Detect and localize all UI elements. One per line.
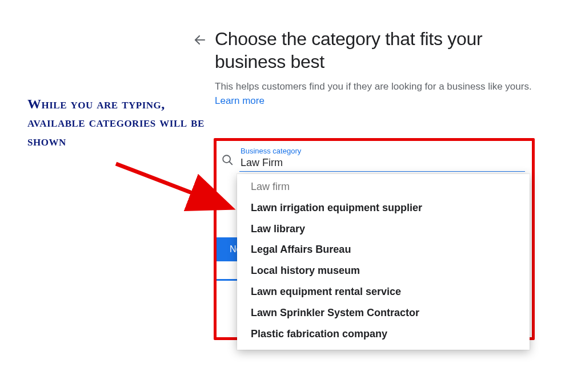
subtext-text: This helps customers find you if they ar… xyxy=(215,81,532,92)
business-category-input[interactable] xyxy=(239,156,525,172)
suggestion-item[interactable]: Lawn Sprinkler System Contractor xyxy=(237,302,530,324)
suggestion-item[interactable]: Local history museum xyxy=(237,260,530,281)
suggestion-item[interactable]: Lawn equipment rental service xyxy=(237,281,530,302)
page-subtext: This helps customers find you if they ar… xyxy=(215,80,536,108)
svg-line-1 xyxy=(116,164,225,205)
suggestion-item[interactable]: Lawn irrigation equipment supplier xyxy=(237,197,530,219)
annotation-callout: While you are typing, available categori… xyxy=(27,95,210,150)
suggestion-item[interactable]: Law firm xyxy=(237,176,530,197)
field-label: Business category xyxy=(239,147,525,155)
back-arrow-icon[interactable] xyxy=(193,27,207,49)
suggestion-item[interactable]: Legal Affairs Bureau xyxy=(237,239,530,260)
suggestion-item[interactable]: Law library xyxy=(237,219,530,240)
learn-more-link[interactable]: Learn more xyxy=(215,95,265,106)
annotation-arrow xyxy=(111,157,237,225)
autocomplete-dropdown: Law firm Lawn irrigation equipment suppl… xyxy=(237,174,530,350)
annotation-highlight-box: Business category Law firm Lawn irrigati… xyxy=(214,138,535,340)
page-title: Choose the category that fits your busin… xyxy=(215,27,536,73)
suggestion-item[interactable]: Plastic fabrication company xyxy=(237,324,530,345)
